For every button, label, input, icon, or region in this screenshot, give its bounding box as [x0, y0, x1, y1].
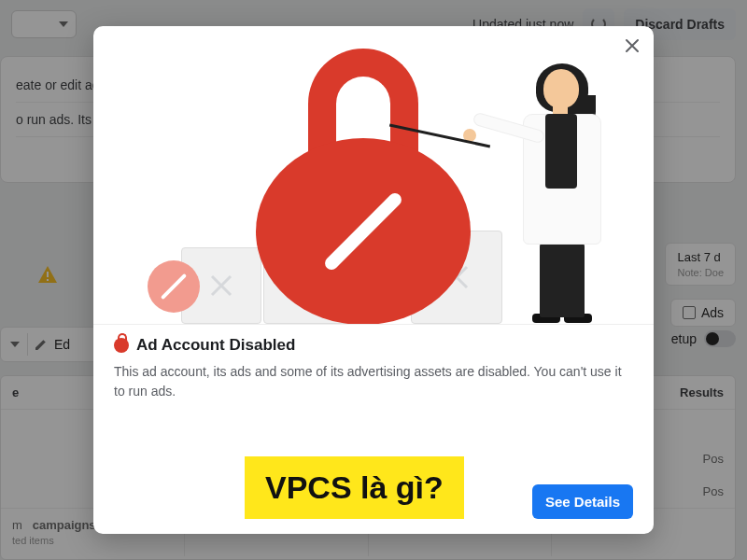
person-illustration [489, 69, 620, 325]
ad-account-disabled-modal: Ad Account Disabled This ad account, its… [93, 26, 654, 534]
x-icon [208, 273, 234, 299]
see-details-button[interactable]: See Details [532, 484, 633, 519]
modal-title: Ad Account Disabled [136, 336, 295, 355]
modal-body: Ad Account Disabled This ad account, its… [93, 325, 654, 401]
overlay-badge: VPCS là gì? [245, 456, 464, 519]
modal-description: This ad account, its ads and some of its… [114, 362, 633, 401]
small-lock-icon [148, 260, 200, 313]
lock-icon [114, 338, 129, 353]
modal-title-row: Ad Account Disabled [114, 336, 633, 355]
modal-illustration [93, 26, 654, 325]
big-lock-icon [256, 49, 471, 325]
